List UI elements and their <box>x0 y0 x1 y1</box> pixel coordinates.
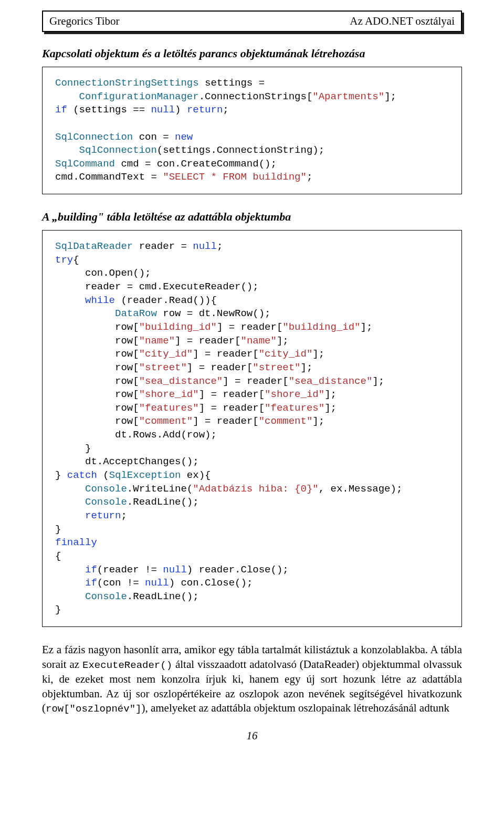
body-paragraph: Ez a fázis nagyon hasonlít arra, amikor … <box>42 643 462 716</box>
inline-code-executereader: ExecuteReader() <box>82 660 172 671</box>
page-number: 16 <box>42 729 462 743</box>
section-title-1: Kapcsolati objektum és a letöltés paranc… <box>42 47 462 60</box>
code-block-2: SqlDataReader reader = null; try{ con.Op… <box>42 230 462 627</box>
inline-code-row-col: row["oszlopnév"] <box>46 703 141 715</box>
code-block-1: ConnectionStringSettings settings = Conf… <box>42 67 462 194</box>
section-title-2: A „building" tábla letöltése az adattábl… <box>42 210 462 224</box>
header-left: Gregorics Tibor <box>49 15 120 28</box>
page-header: Gregorics Tibor Az ADO.NET osztályai <box>42 11 462 32</box>
header-right: Az ADO.NET osztályai <box>350 15 455 28</box>
